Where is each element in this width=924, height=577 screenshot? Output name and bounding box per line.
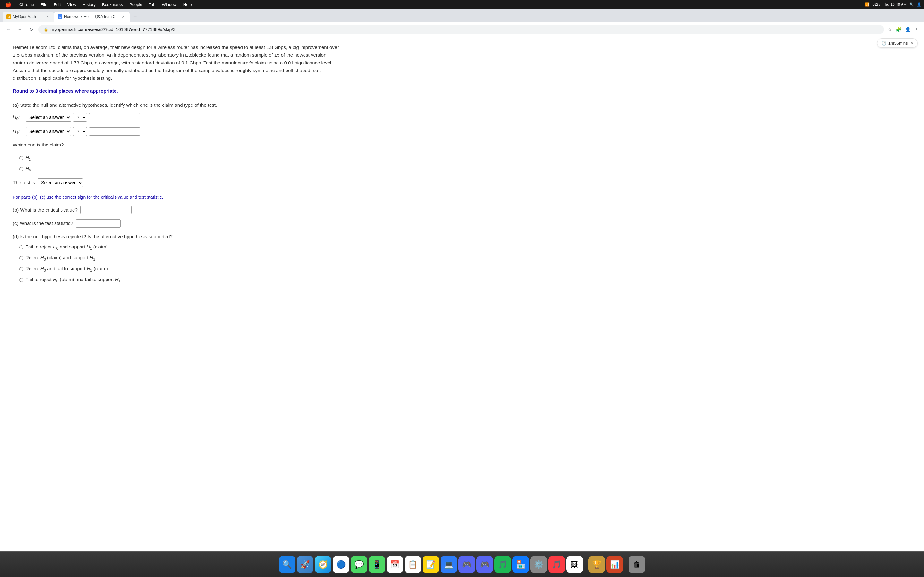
- claim-h0-radio[interactable]: [19, 167, 23, 171]
- tab-title-2: Homework Help - Q&A from C...: [64, 15, 119, 19]
- blue-note: For parts (b), (c) use the correct sign …: [13, 193, 340, 201]
- rejected-options: Fail to reject H0 and support H1 (claim)…: [19, 243, 340, 284]
- tab-close-2[interactable]: ✕: [121, 14, 126, 19]
- tab-myopenmath[interactable]: M MyOpenMath ✕: [3, 11, 54, 22]
- address-bar: ← → ↻ 🔒 myopenmath.com/assess2/?cid=1016…: [0, 22, 924, 37]
- address-actions: ☆ 🧩 👤 ⋮: [887, 26, 920, 33]
- tab-favicon-2: C: [58, 15, 62, 19]
- reject-label-3: Fail to reject H0 (claim) and fail to su…: [25, 276, 121, 284]
- h0-label: H0:: [13, 113, 23, 121]
- reject-option-1[interactable]: Reject H0 (claim) and support H1: [19, 254, 340, 262]
- timer-value: 1hr56mins: [888, 41, 908, 45]
- h1-symbol-select[interactable]: ? = ≠ < > ≤ ≥: [73, 127, 87, 136]
- battery-indicator: 82%: [872, 2, 880, 7]
- menubar-right: 📶 82% Thu 10:49 AM 🔍 👤: [865, 2, 921, 7]
- h1-select-answer[interactable]: Select an answer μ ≥ value μ ≤ value μ =…: [26, 127, 71, 136]
- reject-option-3[interactable]: Fail to reject H0 (claim) and fail to su…: [19, 276, 340, 284]
- critical-t-value-input[interactable]: [80, 206, 132, 214]
- clock: Thu 10:49 AM: [883, 2, 907, 7]
- profile-button[interactable]: 👤: [904, 26, 912, 33]
- menu-button[interactable]: ⋮: [913, 26, 920, 33]
- part-b-row: (b) What is the critical t-value?: [13, 206, 340, 214]
- part-d-label: (d) Is the null hypothesis rejected? Is …: [13, 233, 340, 240]
- claim-h0-label: H0: [25, 165, 31, 173]
- reject-radio-1[interactable]: [19, 256, 23, 260]
- menu-bookmarks[interactable]: Bookmarks: [99, 2, 126, 8]
- reject-radio-0[interactable]: [19, 245, 23, 250]
- h0-symbol-select[interactable]: ? = ≠ < > ≤ ≥: [73, 113, 87, 122]
- round-note: Round to 3 decimal places where appropri…: [13, 87, 340, 95]
- period: .: [86, 179, 87, 187]
- menubar: 🍎 Chrome File Edit View History Bookmark…: [0, 0, 924, 9]
- claim-h1-label: H1: [25, 154, 31, 162]
- menu-chrome[interactable]: Chrome: [17, 2, 37, 8]
- reject-label-1: Reject H0 (claim) and support H1: [25, 254, 95, 262]
- h1-value-input[interactable]: [89, 127, 140, 135]
- extensions-button[interactable]: 🧩: [895, 26, 903, 33]
- timer-close-button[interactable]: ×: [911, 41, 913, 45]
- problem-text: Helmet Telecom Ltd. claims that, on aver…: [13, 44, 340, 82]
- menu-view[interactable]: View: [65, 2, 79, 8]
- user-avatar[interactable]: 👤: [917, 2, 921, 7]
- url-display: myopenmath.com/assess2/?cid=101687&aid=7…: [50, 27, 879, 32]
- reject-label-2: Reject H0 and fail to support H1 (claim): [25, 265, 108, 273]
- claim-options: H1 H0: [19, 154, 340, 173]
- reject-option-0[interactable]: Fail to reject H0 and support H1 (claim): [19, 243, 340, 251]
- h0-value-input[interactable]: [89, 113, 140, 121]
- tab-favicon-1: M: [6, 15, 11, 19]
- reject-option-2[interactable]: Reject H0 and fail to support H1 (claim): [19, 265, 340, 273]
- address-input-box[interactable]: 🔒 myopenmath.com/assess2/?cid=101687&aid…: [39, 25, 884, 34]
- main-content: Helmet Telecom Ltd. claims that, on aver…: [0, 37, 353, 319]
- menu-window[interactable]: Window: [160, 2, 179, 8]
- wifi-icon: 📶: [865, 2, 870, 7]
- part-a-label: (a) State the null and alternative hypot…: [13, 101, 340, 109]
- new-tab-button[interactable]: +: [131, 13, 140, 22]
- test-statistic-input[interactable]: [76, 219, 121, 227]
- back-button[interactable]: ←: [4, 25, 13, 34]
- test-is-row: The test is Select an answer left-tailed…: [13, 178, 340, 187]
- forward-button[interactable]: →: [15, 25, 24, 34]
- h0-select-answer[interactable]: Select an answer μ ≥ value μ ≤ value μ =…: [26, 113, 71, 122]
- menu-tab[interactable]: Tab: [146, 2, 158, 8]
- h0-row: H0: Select an answer μ ≥ value μ ≤ value…: [13, 113, 340, 122]
- apple-menu[interactable]: 🍎: [3, 1, 14, 8]
- menu-edit[interactable]: Edit: [51, 2, 63, 8]
- reject-radio-3[interactable]: [19, 278, 23, 282]
- menu-file[interactable]: File: [38, 2, 50, 8]
- tab-homework-help[interactable]: C Homework Help - Q&A from C... ✕: [54, 11, 129, 22]
- lock-icon: 🔒: [44, 27, 48, 32]
- tab-bar: M MyOpenMath ✕ C Homework Help - Q&A fro…: [0, 9, 924, 22]
- part-c-row: (c) What is the test statistic?: [13, 219, 340, 227]
- test-type-select[interactable]: Select an answer left-tailed right-taile…: [37, 178, 83, 187]
- h1-row: H1: Select an answer μ ≥ value μ ≤ value…: [13, 127, 340, 136]
- reject-radio-2[interactable]: [19, 267, 23, 271]
- claim-h1-radio[interactable]: [19, 156, 23, 160]
- bookmark-star-button[interactable]: ☆: [887, 26, 893, 33]
- timer-badge: 🕐 1hr56mins ×: [877, 39, 918, 48]
- part-a-section: (a) State the null and alternative hypot…: [13, 101, 340, 187]
- tab-title-1: MyOpenMath: [13, 15, 43, 19]
- claim-h0-option[interactable]: H0: [19, 165, 340, 173]
- part-c-label: (c) What is the test statistic?: [13, 219, 73, 227]
- which-claim-label: Which one is the claim?: [13, 141, 340, 149]
- claim-h1-option[interactable]: H1: [19, 154, 340, 162]
- search-icon[interactable]: 🔍: [909, 2, 914, 7]
- menu-people[interactable]: People: [127, 2, 145, 8]
- reject-label-0: Fail to reject H0 and support H1 (claim): [25, 243, 108, 251]
- part-b-label: (b) What is the critical t-value?: [13, 206, 78, 214]
- menu-history[interactable]: History: [80, 2, 98, 8]
- h1-label: H1:: [13, 127, 23, 135]
- tab-close-1[interactable]: ✕: [45, 14, 50, 19]
- test-is-label: The test is: [13, 179, 35, 187]
- timer-icon: 🕐: [881, 41, 887, 45]
- menu-help[interactable]: Help: [181, 2, 194, 8]
- part-d-section: (d) Is the null hypothesis rejected? Is …: [13, 233, 340, 284]
- reload-button[interactable]: ↻: [27, 25, 36, 34]
